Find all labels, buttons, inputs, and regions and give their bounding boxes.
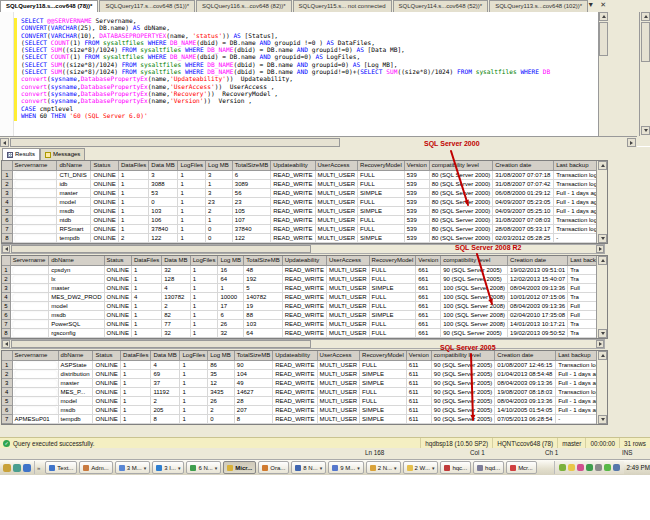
grid-cell[interactable]: ONLINE xyxy=(93,396,121,405)
column-header[interactable]: Log MB xyxy=(218,256,244,265)
document-tab[interactable]: SQLQuery116.s...cov648 (82))* xyxy=(196,0,292,12)
grid-cell[interactable]: ONLINE xyxy=(91,197,119,206)
row-header[interactable]: 4 xyxy=(2,197,12,206)
grid-cell[interactable]: ONLINE xyxy=(91,224,119,233)
grid-cell[interactable]: 19 xyxy=(244,301,282,310)
grid-cell[interactable]: 1 xyxy=(178,188,206,197)
scroll-right-icon[interactable] xyxy=(627,138,636,147)
scroll-left-icon[interactable] xyxy=(2,245,10,253)
grid-cell[interactable]: ONLINE xyxy=(104,319,131,328)
grid-cell[interactable]: 12 xyxy=(208,378,235,387)
grid-cell[interactable] xyxy=(12,188,57,197)
grid-cell[interactable]: 01/04/2013 08:54:48 xyxy=(495,369,556,378)
grid-cell[interactable]: MES_DW2_PROD xyxy=(49,292,104,301)
grid-cell[interactable] xyxy=(10,301,48,310)
grid-cell[interactable]: 1 xyxy=(190,283,218,292)
grid-cell[interactable]: READ_WRITE xyxy=(282,328,326,337)
grid-cell[interactable]: READ_WRITE xyxy=(273,396,317,405)
column-header[interactable]: compatibility level xyxy=(431,351,494,360)
grid-cell[interactable]: ONLINE xyxy=(91,206,119,215)
grid-cell[interactable]: ONLINE xyxy=(91,233,119,242)
grid-cell[interactable]: 4 xyxy=(151,360,180,369)
code-line[interactable]: SELECT @@SERVERNAME Servername, xyxy=(21,17,550,24)
grid-cell[interactable]: 12/02/2013 15:40:07 xyxy=(508,274,568,283)
taskbar-button[interactable]: 9 M...▾ xyxy=(328,461,364,474)
grid-cell[interactable]: CTI_DNIS xyxy=(57,170,91,179)
grid-cell[interactable]: READ_WRITE xyxy=(273,405,317,414)
grid-cell[interactable]: ONLINE xyxy=(91,170,119,179)
grid-cell[interactable]: 539 xyxy=(404,233,429,242)
taskbar-button[interactable]: Micr... xyxy=(223,461,256,474)
scroll-down-icon[interactable] xyxy=(598,234,607,243)
quick-launch-icon-2[interactable] xyxy=(13,464,21,472)
row-header[interactable]: 5 xyxy=(2,396,12,405)
row-header[interactable]: 7 xyxy=(2,319,10,328)
column-header[interactable]: DataFiles xyxy=(119,161,149,170)
row-header[interactable]: 1 xyxy=(2,170,12,179)
grid-cell[interactable]: RFSmart xyxy=(57,224,91,233)
grid-cell[interactable]: MULTI_USER xyxy=(327,319,370,328)
scroll-up-icon[interactable] xyxy=(598,161,607,170)
grid-cell[interactable]: 11192 xyxy=(151,387,180,396)
scroll-up-icon[interactable] xyxy=(598,256,607,265)
grid-cell[interactable]: MULTI_USER xyxy=(317,378,360,387)
tray-icon-3[interactable] xyxy=(577,464,584,471)
code-line[interactable]: convert(sysname,DatabasePropertyEx(name,… xyxy=(21,75,550,82)
grid-cell[interactable]: READ_WRITE xyxy=(273,414,317,423)
grid-cell[interactable]: ONLINE xyxy=(104,265,131,274)
grid-vertical-scrollbar[interactable] xyxy=(596,351,607,424)
tray-icon-2[interactable] xyxy=(568,464,575,471)
grid-cell[interactable]: SIMPLE xyxy=(358,206,405,215)
taskbar-button[interactable]: 2 W...▾ xyxy=(403,461,439,474)
grid-cell[interactable]: 1 xyxy=(131,274,161,283)
column-header[interactable]: TotalSizeMB xyxy=(244,256,282,265)
grid-cell[interactable]: 103 xyxy=(244,319,282,328)
grid-cell[interactable]: 661 xyxy=(416,274,441,283)
column-header[interactable]: Servername xyxy=(10,256,48,265)
code-line[interactable]: (SELECT SUM((size*8)/1024) FROM sysaltfi… xyxy=(21,68,550,75)
scroll-right-icon[interactable] xyxy=(596,245,604,253)
grid-cell[interactable]: 28 xyxy=(234,396,272,405)
grid-cell[interactable]: 4 xyxy=(162,283,190,292)
grid-cell[interactable]: READ_WRITE xyxy=(271,215,315,224)
grid-cell[interactable]: 6 xyxy=(232,170,270,179)
grid-cell[interactable]: MULTI_USER xyxy=(315,197,358,206)
grid-cell[interactable]: 122 xyxy=(232,233,270,242)
grid-cell[interactable]: ONLINE xyxy=(104,310,131,319)
chevron-down-icon[interactable]: ▾ xyxy=(178,465,181,471)
grid-cell[interactable]: 128 xyxy=(162,274,190,283)
grid-cell[interactable]: 100 (SQL Server 2008) xyxy=(441,301,508,310)
grid-cell[interactable]: 1 xyxy=(180,360,208,369)
grid-cell[interactable]: 1 xyxy=(190,265,218,274)
grid-cell[interactable]: msdb xyxy=(58,405,93,414)
sql-text-area[interactable]: SELECT @@SERVERNAME Servername,CONVERT(V… xyxy=(0,12,598,136)
grid-cell[interactable]: FULL xyxy=(358,179,405,188)
tray-icon-7[interactable] xyxy=(613,464,620,471)
column-header[interactable]: Creation date xyxy=(493,161,554,170)
grid-cell[interactable] xyxy=(12,233,57,242)
row-header[interactable]: 8 xyxy=(2,328,10,337)
column-header[interactable]: LogFiles xyxy=(190,256,218,265)
taskbar-button[interactable]: Mcr... xyxy=(506,461,537,474)
grid-cell[interactable]: 100 (SQL Server 2008) xyxy=(441,319,508,328)
column-header[interactable]: UserAccess xyxy=(327,256,370,265)
column-header[interactable]: TotalSizeMB xyxy=(232,161,270,170)
grid-cell[interactable]: 88 xyxy=(244,310,282,319)
quick-launch-icon-3[interactable] xyxy=(23,464,31,472)
grid-cell[interactable]: FULL xyxy=(369,265,416,274)
grid-cell[interactable]: 1 xyxy=(131,265,161,274)
grid-cell[interactable]: 90 (SQL Server 2005) xyxy=(431,396,494,405)
scroll-up-icon[interactable] xyxy=(599,12,608,21)
column-header[interactable]: RecoveryModel xyxy=(369,256,416,265)
grid-cell[interactable]: lx xyxy=(49,274,104,283)
grid-cell[interactable]: 37840 xyxy=(149,224,178,233)
column-header[interactable]: Data MB xyxy=(162,256,190,265)
grid-cell[interactable]: 90 (SQL Server 2005) xyxy=(441,274,508,283)
taskbar-button[interactable]: hqd... xyxy=(473,461,504,474)
grid-cell[interactable]: 32 xyxy=(218,328,244,337)
grid-cell[interactable]: 16 xyxy=(218,265,244,274)
grid-cell[interactable]: READ_WRITE xyxy=(282,283,326,292)
column-header[interactable]: Data MB xyxy=(149,161,178,170)
column-header[interactable]: UserAccess xyxy=(315,161,358,170)
grid-cell[interactable]: FULL xyxy=(358,224,405,233)
